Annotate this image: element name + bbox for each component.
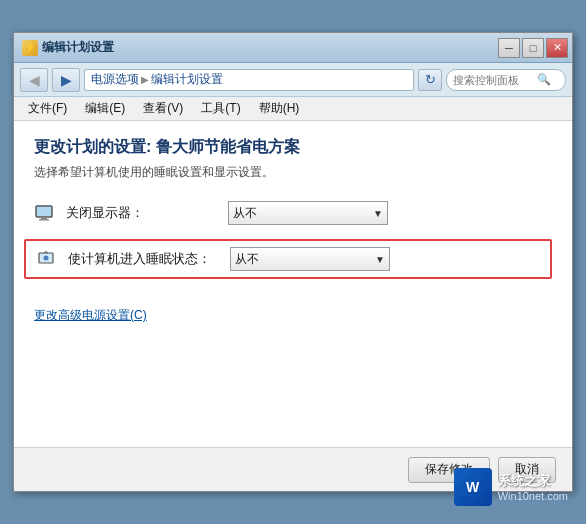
menu-edit[interactable]: 编辑(E): [77, 98, 133, 119]
menu-file[interactable]: 文件(F): [20, 98, 75, 119]
setting-row-monitor: 关闭显示器： 从不 ▼: [34, 201, 552, 225]
address-bar: ◀ ▶ 电源选项 ▶ 编辑计划设置 ↻ 🔍: [14, 63, 572, 97]
forward-button[interactable]: ▶: [52, 68, 80, 92]
breadcrumb-item-2[interactable]: 编辑计划设置: [151, 71, 223, 88]
breadcrumb-separator: ▶: [141, 74, 149, 85]
menu-bar: 文件(F) 编辑(E) 查看(V) 工具(T) 帮助(H): [14, 97, 572, 121]
page-subtitle: 选择希望计算机使用的睡眠设置和显示设置。: [34, 164, 552, 181]
svg-rect-0: [36, 206, 52, 217]
window-title: 编辑计划设置: [42, 39, 114, 56]
minimize-button[interactable]: ─: [498, 38, 520, 58]
watermark-info: 系统之家 Win10net.com: [498, 472, 568, 502]
sleep-select[interactable]: 从不 ▼: [230, 247, 390, 271]
watermark-logo-text: W: [466, 479, 479, 495]
content-area: 更改计划的设置: 鲁大师节能省电方案 选择希望计算机使用的睡眠设置和显示设置。 …: [14, 121, 572, 447]
sleep-select-arrow: ▼: [375, 254, 385, 265]
search-bar: 🔍: [446, 69, 566, 91]
back-button[interactable]: ◀: [20, 68, 48, 92]
watermark: W 系统之家 Win10net.com: [454, 468, 568, 506]
monitor-select[interactable]: 从不 ▼: [228, 201, 388, 225]
search-icon: 🔍: [537, 73, 551, 86]
search-input[interactable]: [453, 74, 533, 86]
watermark-site-url: Win10net.com: [498, 490, 568, 502]
page-title: 更改计划的设置: 鲁大师节能省电方案: [34, 137, 552, 158]
sleep-select-value: 从不: [235, 251, 259, 268]
refresh-button[interactable]: ↻: [418, 69, 442, 91]
watermark-logo: W: [454, 468, 492, 506]
title-bar: ⚡ 编辑计划设置 ─ □ ✕: [14, 33, 572, 63]
close-button[interactable]: ✕: [546, 38, 568, 58]
title-bar-left: ⚡ 编辑计划设置: [22, 39, 114, 56]
svg-rect-1: [41, 217, 47, 219]
setting-label-monitor: 关闭显示器：: [66, 204, 216, 222]
monitor-icon: [34, 203, 54, 223]
sleep-icon: [36, 249, 56, 269]
monitor-select-value: 从不: [233, 205, 257, 222]
restore-button[interactable]: □: [522, 38, 544, 58]
svg-rect-2: [39, 219, 49, 221]
menu-view[interactable]: 查看(V): [135, 98, 191, 119]
menu-tools[interactable]: 工具(T): [193, 98, 248, 119]
setting-label-sleep: 使计算机进入睡眠状态：: [68, 250, 218, 268]
advanced-link[interactable]: 更改高级电源设置(C): [34, 307, 552, 324]
window-icon: ⚡: [22, 40, 38, 56]
menu-help[interactable]: 帮助(H): [251, 98, 308, 119]
title-buttons: ─ □ ✕: [498, 38, 568, 58]
setting-row-sleep-highlighted: 使计算机进入睡眠状态： 从不 ▼: [24, 239, 552, 279]
watermark-site-name: 系统之家: [498, 472, 568, 490]
breadcrumb: 电源选项 ▶ 编辑计划设置: [84, 69, 414, 91]
setting-row-sleep: 使计算机进入睡眠状态： 从不 ▼: [36, 247, 540, 271]
monitor-select-arrow: ▼: [373, 208, 383, 219]
svg-point-4: [44, 256, 49, 261]
main-window: ⚡ 编辑计划设置 ─ □ ✕ ◀ ▶ 电源选项 ▶ 编辑计划设置 ↻ 🔍 文件(…: [13, 32, 573, 492]
settings-area: 关闭显示器： 从不 ▼ 使计算机进入睡眠状态：: [34, 201, 552, 279]
breadcrumb-item-1[interactable]: 电源选项: [91, 71, 139, 88]
